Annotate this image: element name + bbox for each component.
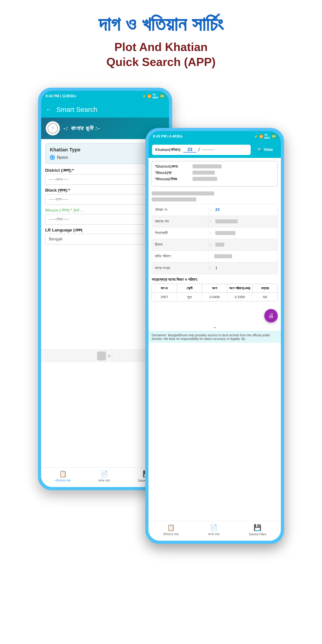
app-bar-back: ← Smart Search bbox=[41, 102, 169, 118]
detail-section-title: অত্রস্থেত্র দাগের বিবরণ ও পরিমাণ: bbox=[148, 274, 281, 284]
saved-nav-icon-front: 💾 bbox=[254, 524, 262, 531]
th-note: মন্তব্য bbox=[252, 284, 278, 293]
block-value bbox=[192, 170, 215, 175]
nav-item-saved-front[interactable]: 💾 Saved Files bbox=[249, 524, 266, 536]
row-label-3: ঠিকানা bbox=[152, 239, 208, 250]
result-row-1: রায়তের নাম : bbox=[152, 216, 278, 228]
khatian-blank bbox=[202, 150, 215, 150]
nav-item-khatian-front[interactable]: 📋 খতিয়ানের তথ্য bbox=[163, 524, 179, 536]
record-link[interactable] bbox=[148, 190, 281, 204]
fab-print-button[interactable]: 🖨 bbox=[264, 309, 278, 322]
mouza-row: *Mouza(মৌজাঃ bbox=[155, 177, 274, 181]
detail-table-header: দাগ নং শ্রেণী অংশ অংশ পরিমাণ(একর) মন্তব্… bbox=[152, 284, 278, 293]
disclaimer-bar: Disclaimer: BanglarBhumi only provides a… bbox=[148, 331, 281, 343]
td-area-0: 0.1500 bbox=[228, 293, 253, 301]
district-row: *District(জেলাঃ bbox=[155, 164, 274, 169]
dag-nav-icon-front: 📄 bbox=[210, 524, 218, 531]
block-label-front: *Block(ব্ল bbox=[155, 170, 191, 175]
td-share-0: 0.0406 bbox=[202, 293, 228, 301]
khatian-nav-icon: 📋 bbox=[59, 470, 67, 478]
th-area: অংশ পরিমাণ(একর) bbox=[228, 284, 253, 293]
khatian-nav-label-front: খতিয়ানের তথ্য bbox=[163, 532, 179, 536]
detail-table: দাগ নং শ্রেণী অংশ অংশ পরিমাণ(একর) মন্তব্… bbox=[152, 284, 278, 302]
row-label-1: রায়তের নাম bbox=[152, 216, 208, 227]
radio-label: Norm bbox=[57, 155, 68, 160]
view-button[interactable]: 🔍 View bbox=[253, 145, 277, 155]
td-note-0: Nil bbox=[252, 293, 278, 301]
block-row: *Block(ব্ল bbox=[155, 170, 274, 175]
th-dag: দাগ নং bbox=[152, 284, 177, 293]
logo-icon: বাংলার ভূমি bbox=[46, 121, 60, 136]
saved-nav-label-front: Saved Files bbox=[249, 532, 266, 536]
status-bar-front: 8:43 PM | 4.4KB/s ⚡ 📶 VoWiFi 88 bbox=[148, 131, 281, 142]
result-row-5: দাগের সংখ্যা : 1 bbox=[152, 262, 278, 274]
khatian-input-row: Khatian(খতিয়ান): / bbox=[152, 145, 251, 155]
khatian-nav-icon-front: 📋 bbox=[167, 524, 175, 531]
phone-front: 8:43 PM | 4.4KB/s ⚡ 📶 VoWiFi 88 Khatian(… bbox=[145, 128, 284, 544]
dag-nav-icon: 📄 bbox=[100, 470, 108, 478]
radio-button[interactable] bbox=[50, 155, 55, 160]
row-value-4 bbox=[211, 251, 278, 262]
row-value-5: 1 bbox=[212, 262, 278, 274]
bottom-nav-front: 📋 খতিয়ানের তথ্য 📄 দাগের তথ্য 💾 Saved Fi… bbox=[148, 521, 281, 541]
status-icons-front: ⚡ 📶 VoWiFi 88 bbox=[254, 133, 276, 140]
dag-nav-label-front: দাগের তথ্য bbox=[208, 532, 220, 536]
svg-text:বাংলার: বাংলার bbox=[52, 126, 54, 128]
nav-item-dag-front[interactable]: 📄 দাগের তথ্য bbox=[208, 524, 220, 536]
row-label-0: খতিয়ান নং bbox=[152, 204, 208, 216]
td-dag-0: 2507 bbox=[152, 293, 177, 301]
ad-logo bbox=[97, 352, 106, 360]
td-category-0: পুকুর bbox=[177, 293, 202, 301]
district-value bbox=[192, 164, 222, 168]
khatian-input-label: Khatian(খতিয়ান): bbox=[155, 148, 181, 152]
row-value-3 bbox=[212, 239, 278, 250]
district-label-front: *District(জেলাঃ bbox=[155, 164, 191, 169]
status-bar-back: 8:42 PM | 123KB/s ⚡ 📶 VoWiFi 88 bbox=[41, 91, 169, 102]
search-bar-front: Khatian(খতিয়ান): / 🔍 View bbox=[148, 142, 281, 158]
mouza-value bbox=[192, 177, 217, 181]
district-block-box: *District(জেলাঃ *Block(ব্ল *Mouza(মৌজাঃ bbox=[152, 161, 278, 186]
th-category: শ্রেণী bbox=[177, 284, 202, 293]
row-label-4: জমির পরিমাণ: bbox=[152, 251, 208, 262]
disclaimer-text: Disclaimer: BanglarBhumi only provides a… bbox=[152, 334, 228, 337]
phones-container: 8:42 PM | 123KB/s ⚡ 📶 VoWiFi 88 ← Smart … bbox=[38, 88, 284, 580]
status-time-back: 8:42 PM | 123KB/s bbox=[46, 94, 76, 98]
page-title-english: Plot And Khatian Quick Search (APP) bbox=[106, 40, 216, 70]
chevron-down-icon: ⌄ bbox=[148, 322, 281, 331]
result-row-4: জমির পরিমাণ: bbox=[152, 251, 278, 262]
status-time-front: 8:43 PM | 4.4KB/s bbox=[153, 134, 183, 138]
nav-item-khatian[interactable]: 📋 খতিয়ানের তথ্য bbox=[55, 470, 71, 482]
khatian-slash: / bbox=[198, 147, 200, 153]
th-share: অংশ bbox=[202, 284, 228, 293]
row-label-2: পিতা/স্বামী bbox=[152, 228, 208, 239]
row-value-0: 23 bbox=[212, 204, 278, 216]
dag-nav-label: দাগের তথ্য bbox=[98, 478, 110, 482]
radio-row: Norm bbox=[50, 155, 160, 160]
row-value-1 bbox=[212, 216, 278, 227]
row-label-5: দাগের সংখ্যা bbox=[152, 262, 208, 274]
mouza-label-front: *Mouza(মৌজাঃ bbox=[155, 177, 191, 181]
result-row-0: খতিয়ান নং : 23 bbox=[152, 204, 278, 216]
page-title-bengali: দাগ ও খতিয়ান সার্চিং bbox=[98, 14, 224, 35]
banglar-bhumi-text: -: বাংলার ভূমি :- bbox=[64, 125, 100, 132]
phone-front-screen: 8:43 PM | 4.4KB/s ⚡ 📶 VoWiFi 88 Khatian(… bbox=[148, 131, 281, 541]
detail-table-row-0: 2507 পুকুর 0.0406 0.1500 Nil bbox=[152, 293, 278, 301]
result-row-2: পিতা/স্বামী : bbox=[152, 228, 278, 239]
ad-text: C... bbox=[108, 354, 113, 358]
status-icons-back: ⚡ 📶 VoWiFi 88 bbox=[142, 93, 164, 99]
result-table: খতিয়ান নং : 23 রায়তের নাম : পিতা/স্বাম… bbox=[152, 204, 278, 274]
row-value-2 bbox=[212, 228, 278, 239]
back-arrow-icon[interactable]: ← bbox=[46, 106, 52, 113]
app-title-back: Smart Search bbox=[56, 106, 97, 113]
search-icon: 🔍 bbox=[258, 147, 262, 152]
khatian-number-input[interactable] bbox=[183, 147, 196, 152]
svg-text:ভূমি: ভূমি bbox=[52, 128, 54, 130]
khatian-nav-label: খতিয়ানের তথ্য bbox=[55, 478, 71, 482]
result-row-3: ঠিকানা : bbox=[152, 239, 278, 251]
nav-item-dag[interactable]: 📄 দাগের তথ্য bbox=[98, 470, 110, 482]
khatian-type-label: Khatian Type bbox=[50, 147, 160, 153]
